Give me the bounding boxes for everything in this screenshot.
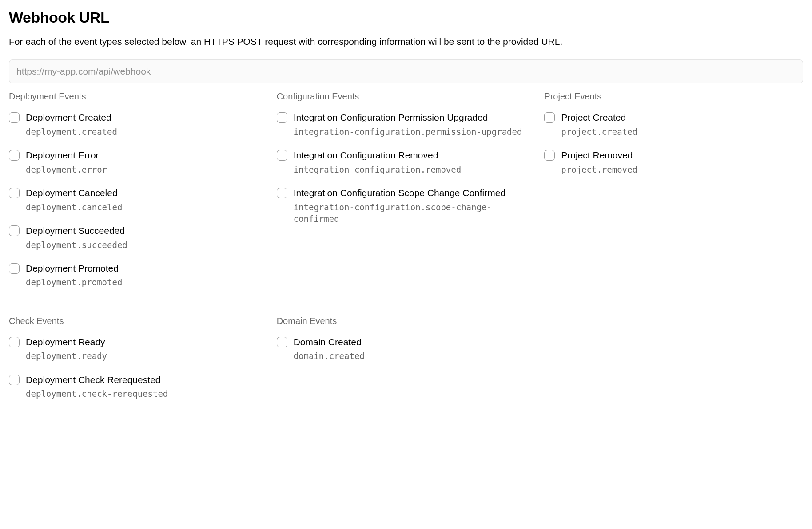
event-label: Deployment Ready bbox=[26, 336, 268, 348]
event-code: deployment.ready bbox=[26, 350, 268, 362]
event-item: Domain Created domain.created bbox=[277, 336, 536, 362]
event-checkbox-project-created[interactable] bbox=[544, 112, 555, 123]
event-label: Deployment Canceled bbox=[26, 187, 268, 199]
event-checkbox-project-removed[interactable] bbox=[544, 150, 555, 161]
event-item: Deployment Succeeded deployment.succeede… bbox=[9, 225, 268, 251]
event-code: deployment.check-rerequested bbox=[26, 388, 268, 400]
event-item: Deployment Error deployment.error bbox=[9, 149, 268, 175]
event-label: Deployment Check Rerequested bbox=[26, 374, 268, 386]
event-label: Integration Configuration Removed bbox=[294, 149, 536, 162]
event-checkbox-deployment-created[interactable] bbox=[9, 112, 20, 123]
event-item: Integration Configuration Scope Change C… bbox=[277, 187, 536, 225]
event-code: project.created bbox=[561, 126, 803, 138]
event-code: deployment.canceled bbox=[26, 201, 268, 213]
group-title: Project Events bbox=[544, 91, 803, 102]
event-checkbox-deployment-ready[interactable] bbox=[9, 337, 20, 347]
event-checkbox-integration-removed[interactable] bbox=[277, 150, 287, 161]
event-code: project.removed bbox=[561, 164, 803, 176]
event-checkbox-domain-created[interactable] bbox=[277, 337, 287, 347]
group-title: Check Events bbox=[9, 316, 268, 326]
event-checkbox-deployment-check-rerequested[interactable] bbox=[9, 375, 20, 385]
group-configuration-events: Configuration Events Integration Configu… bbox=[277, 91, 536, 300]
group-domain-events: Domain Events Domain Created domain.crea… bbox=[277, 316, 536, 411]
event-label: Deployment Promoted bbox=[26, 262, 268, 275]
event-checkbox-integration-permission-upgraded[interactable] bbox=[277, 112, 287, 123]
event-code: deployment.succeeded bbox=[26, 239, 268, 251]
event-checkbox-deployment-succeeded[interactable] bbox=[9, 225, 20, 236]
event-label: Deployment Succeeded bbox=[26, 225, 268, 237]
group-title: Configuration Events bbox=[277, 91, 536, 102]
event-checkbox-deployment-error[interactable] bbox=[9, 150, 20, 161]
event-checkbox-deployment-promoted[interactable] bbox=[9, 263, 20, 274]
webhook-url-input[interactable] bbox=[9, 59, 803, 83]
event-code: deployment.promoted bbox=[26, 276, 268, 288]
group-project-events: Project Events Project Created project.c… bbox=[544, 91, 803, 300]
event-label: Integration Configuration Permission Upg… bbox=[294, 111, 536, 124]
event-code: deployment.error bbox=[26, 164, 268, 176]
event-item: Deployment Ready deployment.ready bbox=[9, 336, 268, 362]
event-label: Domain Created bbox=[294, 336, 536, 348]
event-code: domain.created bbox=[294, 350, 536, 362]
event-item: Deployment Canceled deployment.canceled bbox=[9, 187, 268, 213]
event-code: integration-configuration.scope-change-c… bbox=[294, 201, 536, 225]
event-item: Project Removed project.removed bbox=[544, 149, 803, 175]
event-item: Integration Configuration Removed integr… bbox=[277, 149, 536, 175]
event-label: Project Removed bbox=[561, 149, 803, 162]
event-item: Integration Configuration Permission Upg… bbox=[277, 111, 536, 138]
event-item: Deployment Created deployment.created bbox=[9, 111, 268, 138]
page-description: For each of the event types selected bel… bbox=[9, 35, 803, 48]
group-title: Domain Events bbox=[277, 316, 536, 326]
event-label: Integration Configuration Scope Change C… bbox=[294, 187, 536, 199]
event-label: Deployment Created bbox=[26, 111, 268, 124]
event-label: Deployment Error bbox=[26, 149, 268, 162]
event-groups: Deployment Events Deployment Created dep… bbox=[9, 91, 803, 411]
group-deployment-events: Deployment Events Deployment Created dep… bbox=[9, 91, 268, 300]
event-code: deployment.created bbox=[26, 126, 268, 138]
group-check-events: Check Events Deployment Ready deployment… bbox=[9, 316, 268, 411]
event-item: Deployment Check Rerequested deployment.… bbox=[9, 374, 268, 400]
event-code: integration-configuration.permission-upg… bbox=[294, 126, 536, 138]
page-title: Webhook URL bbox=[9, 9, 803, 26]
event-label: Project Created bbox=[561, 111, 803, 124]
event-item: Project Created project.created bbox=[544, 111, 803, 138]
group-title: Deployment Events bbox=[9, 91, 268, 102]
event-code: integration-configuration.removed bbox=[294, 164, 536, 176]
event-checkbox-deployment-canceled[interactable] bbox=[9, 188, 20, 198]
event-checkbox-integration-scope-change-confirmed[interactable] bbox=[277, 188, 287, 198]
event-item: Deployment Promoted deployment.promoted bbox=[9, 262, 268, 288]
